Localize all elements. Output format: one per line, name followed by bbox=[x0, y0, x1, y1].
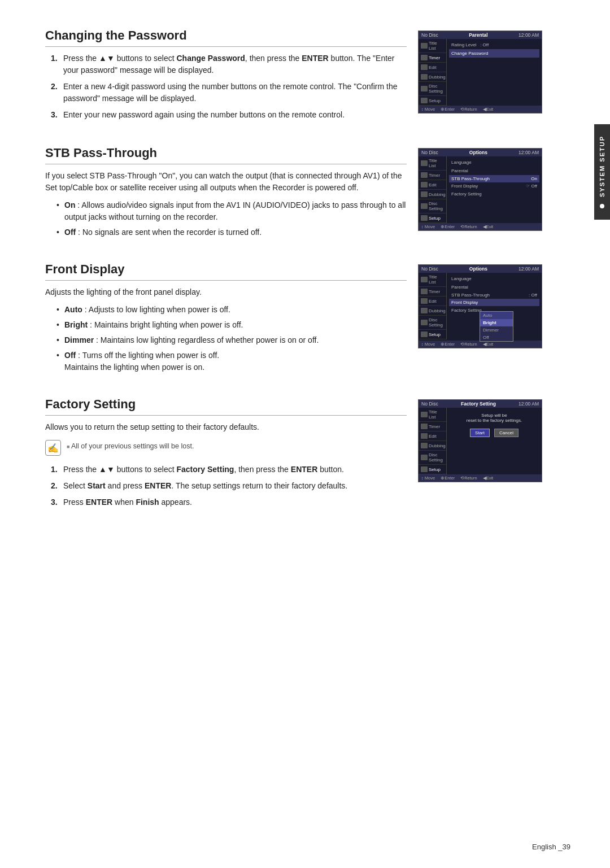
front-icon-setup bbox=[421, 332, 428, 337]
stb-passthrough-section: STB Pass-Through If you select STB Pass-… bbox=[45, 146, 542, 242]
front-label-dubbing: Dubbing bbox=[429, 308, 446, 313]
stb-icon-dubbing bbox=[421, 191, 428, 197]
screen-menu-title: Parental bbox=[469, 32, 488, 38]
front-menu-language: Language bbox=[449, 274, 539, 283]
factory-screenshot: No Disc Factory Setting 12:00 AM Title L… bbox=[418, 399, 542, 482]
front-footer-enter: ⊕Enter bbox=[441, 342, 455, 347]
factory-icon-title bbox=[421, 412, 428, 417]
front-menu-title: Options bbox=[469, 266, 487, 272]
stb-icon-edit bbox=[421, 182, 428, 187]
screen-sidebar-stb: Title List Timer Edit Dubbing bbox=[419, 156, 447, 223]
screen-footer-parental: ↕ Move ⊕Enter ⟲Return ◀Exit bbox=[419, 106, 542, 113]
dropdown-auto: Auto bbox=[480, 312, 513, 319]
stb-time: 12:00 AM bbox=[518, 150, 539, 155]
sidebar-label-edit: Edit bbox=[429, 65, 437, 70]
sidebar-icon-timer bbox=[421, 55, 428, 60]
note-text: All of your previous settings will be lo… bbox=[67, 440, 194, 450]
factory-setting-text: Factory Setting Allows you to return the… bbox=[45, 397, 407, 513]
stb-intro: If you select STB Pass-Through "On", you… bbox=[45, 170, 407, 194]
screen-main-parental: Rating Level : Off Change Password bbox=[447, 39, 542, 106]
factory-footer-enter: ⊕Enter bbox=[441, 476, 455, 481]
front-display-screenshot: No Disc Options 12:00 AM Title List Time… bbox=[418, 264, 542, 348]
system-setup-tab: SYSTEM SETUP bbox=[594, 124, 610, 220]
menu-change-pw: Change Password bbox=[449, 49, 539, 58]
stb-sidebar-edit: Edit bbox=[419, 180, 446, 190]
sidebar-timer: Timer bbox=[419, 53, 446, 63]
stb-passthrough-title: STB Pass-Through bbox=[45, 146, 407, 164]
changing-password-text: Changing the Password Press the ▲▼ butto… bbox=[45, 28, 407, 125]
screen-header-factory: No Disc Factory Setting 12:00 AM bbox=[419, 400, 542, 408]
factory-step2-enter: ENTER bbox=[145, 481, 171, 490]
front-label-edit: Edit bbox=[429, 299, 437, 304]
sidebar-edit: Edit bbox=[419, 63, 446, 72]
sidebar-label-setup: Setup bbox=[429, 98, 441, 103]
factory-step-3: Press ENTER when Finish appears. bbox=[51, 496, 407, 508]
sidebar-icon-title bbox=[421, 43, 428, 49]
sidebar-icon-edit bbox=[421, 64, 428, 70]
stb-no-disc: No Disc bbox=[421, 150, 438, 155]
step1-bold1: Change Password bbox=[176, 54, 245, 63]
factory-sidebar-timer: Timer bbox=[419, 422, 446, 431]
factory-sidebar-edit: Edit bbox=[419, 431, 446, 441]
front-off: Off : Turns off the lighting when power … bbox=[56, 350, 407, 373]
stb-front-value: ☞ Off bbox=[526, 184, 537, 189]
factory-icon-timer bbox=[421, 424, 428, 429]
sidebar-disc-setting: Disc Setting bbox=[419, 82, 446, 96]
stb-front-label: Front Display bbox=[451, 184, 478, 189]
stb-sidebar-title: Title List bbox=[419, 156, 446, 171]
screen-factory: No Disc Factory Setting 12:00 AM Title L… bbox=[418, 399, 542, 482]
front-display-section: Front Display Adjusts the lighting of th… bbox=[45, 262, 542, 377]
sidebar-label-title: Title List bbox=[429, 41, 444, 51]
stb-label-timer: Timer bbox=[429, 173, 440, 178]
front-footer-exit: ◀Exit bbox=[483, 342, 494, 347]
screen-no-disc: No Disc bbox=[421, 32, 438, 38]
stb-on-label: On bbox=[64, 200, 75, 210]
front-off-label: Off bbox=[64, 351, 76, 360]
front-menu-passthrough: STB Pass-Through : Off bbox=[449, 291, 539, 299]
sidebar-dubbing: Dubbing bbox=[419, 72, 446, 82]
menu-rating: Rating Level : Off bbox=[449, 41, 539, 49]
front-icon-timer bbox=[421, 289, 428, 294]
factory-btn-cancel[interactable]: Cancel bbox=[494, 429, 518, 437]
front-display-title: Front Display bbox=[45, 262, 407, 281]
stb-sidebar-disc: Disc Setting bbox=[419, 199, 446, 213]
page-content: Changing the Password Press the ▲▼ butto… bbox=[0, 0, 576, 578]
factory-steps: Press the ▲▼ buttons to select Factory S… bbox=[51, 464, 407, 508]
stb-icon-disc bbox=[421, 203, 428, 209]
front-time: 12:00 AM bbox=[518, 266, 539, 272]
tab-dot bbox=[600, 204, 604, 208]
factory-label-edit: Edit bbox=[429, 434, 437, 439]
step1-bold2: ENTER bbox=[302, 54, 328, 63]
screen-sidebar-parental: Title List Timer Edit Dubbing bbox=[419, 39, 447, 106]
sidebar-icon-setup bbox=[421, 98, 428, 103]
stb-bullet-on: On : Allows audio/video signals input fr… bbox=[56, 199, 407, 223]
factory-step2-start: Start bbox=[88, 481, 106, 490]
stb-off-label: Off bbox=[64, 228, 76, 237]
factory-setting-section: Factory Setting Allows you to return the… bbox=[45, 397, 542, 513]
front-frontdisplay-label: Front Display bbox=[451, 300, 478, 305]
note-icon: ✍ bbox=[45, 440, 61, 456]
front-icon-edit bbox=[421, 298, 428, 304]
changing-password-title: Changing the Password bbox=[45, 28, 407, 47]
factory-label-title: Title List bbox=[429, 409, 444, 420]
stb-menu-passthrough: STB Pass-Through On bbox=[449, 175, 539, 182]
stb-menu-title: Options bbox=[469, 150, 487, 155]
factory-step3-finish: Finish bbox=[136, 498, 159, 507]
stb-label-disc: Disc Setting bbox=[429, 201, 444, 211]
stb-bullets: On : Allows audio/video signals input fr… bbox=[56, 199, 407, 238]
front-sidebar-disc: Disc Setting bbox=[419, 316, 446, 330]
footer-exit: ◀Exit bbox=[483, 107, 494, 112]
factory-icon-edit bbox=[421, 433, 428, 439]
factory-footer-move: ↕ Move bbox=[421, 476, 435, 481]
changing-password-screenshot: No Disc Parental 12:00 AM Title List Tim… bbox=[418, 30, 542, 114]
factory-time: 12:00 AM bbox=[518, 401, 539, 407]
screen-body-parental: Title List Timer Edit Dubbing bbox=[419, 39, 542, 106]
front-dimmer-label: Dimmer bbox=[64, 335, 94, 344]
screen-header-stb: No Disc Options 12:00 AM bbox=[419, 149, 542, 156]
screen-main-stb: Language Parental STB Pass-Through On Fr… bbox=[447, 156, 542, 223]
factory-btn-start[interactable]: Start bbox=[470, 429, 490, 437]
stb-menu-language: Language bbox=[449, 158, 539, 167]
sidebar-icon-dubbing bbox=[421, 74, 428, 80]
factory-btns: Start Cancel bbox=[449, 426, 539, 439]
front-no-disc: No Disc bbox=[421, 266, 438, 272]
